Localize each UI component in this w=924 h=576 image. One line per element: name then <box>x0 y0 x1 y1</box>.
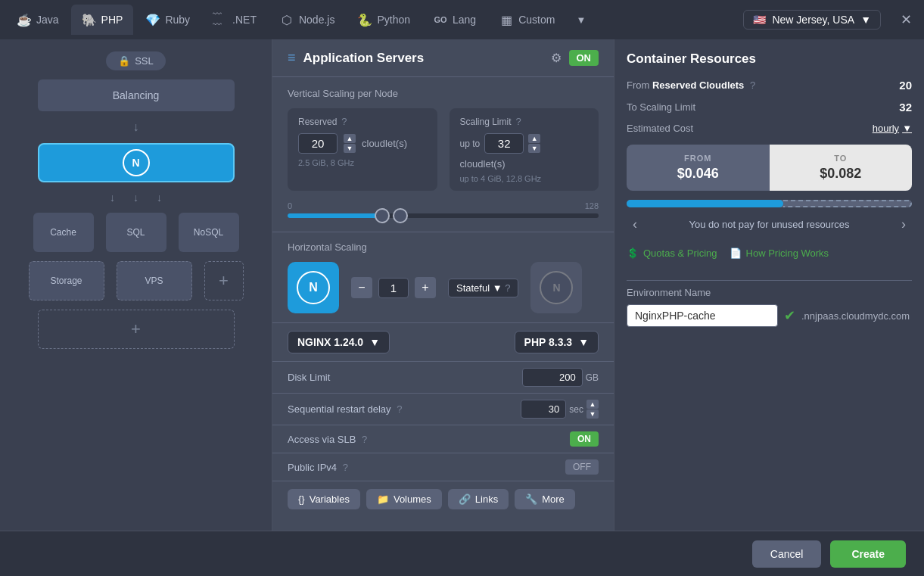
access-slb-toggle[interactable]: ON <box>570 431 599 447</box>
h-count-control: − + <box>351 277 436 298</box>
nginx-letter: N <box>132 157 139 169</box>
sql-node[interactable]: SQL <box>106 213 166 252</box>
volumes-button[interactable]: 📁 Volumes <box>366 489 442 509</box>
restart-down-button[interactable]: ▼ <box>586 409 599 419</box>
bottom-toolbar: {} Variables 📁 Volumes 🔗 Links 🔧 More <box>272 481 614 517</box>
reserved-input[interactable] <box>298 133 338 154</box>
tab-nodejs[interactable]: ⬡ Node.js <box>269 5 345 35</box>
tab-more[interactable]: ▼ <box>567 10 595 30</box>
nosql-node[interactable]: NoSQL <box>179 213 239 252</box>
check-icon: ✔ <box>784 307 795 324</box>
h-minus-button[interactable]: − <box>351 277 372 298</box>
dollar-icon: 💲 <box>627 248 639 259</box>
document-icon: 📄 <box>730 248 742 259</box>
reserved-info: 2.5 GiB, 8 GHz <box>298 158 427 167</box>
restart-up-button[interactable]: ▲ <box>586 400 599 409</box>
env-name-label: Environment Name <box>627 287 912 298</box>
slider-min-label: 0 <box>288 201 292 210</box>
access-slb-label: Access via SLB ? <box>288 434 561 445</box>
add-bottom-button[interactable]: + <box>38 310 235 349</box>
price-to-label: TO <box>785 154 898 163</box>
nosql-label: NoSQL <box>194 227 223 238</box>
stateful-select[interactable]: Stateful ▼ ? <box>448 279 518 297</box>
section-title: Application Servers <box>303 51 543 66</box>
stateful-help-icon[interactable]: ? <box>505 282 510 294</box>
vps-label: VPS <box>145 276 163 286</box>
python-icon: 🐍 <box>357 12 372 27</box>
price-from-value: $0.046 <box>642 166 754 182</box>
horizontal-scaling-section: Horizontal Scaling N − + Stateful ▼ ? <box>272 232 614 322</box>
estimated-cost-value[interactable]: hourly ▼ <box>873 123 912 134</box>
slider-thumb-scaling[interactable] <box>393 208 408 223</box>
balancing-label: Balancing <box>113 89 160 101</box>
divider <box>627 280 912 281</box>
slider-thumb-reserved[interactable] <box>375 208 390 223</box>
scaling-limit-box: Scaling Limit ? up to ▲ ▼ cloudlet(s) <box>450 108 599 191</box>
tab-php[interactable]: 🐘 PHP <box>71 5 134 35</box>
h-nginx-logo: N <box>297 271 330 304</box>
how-pricing-link[interactable]: 📄 How Pricing Works <box>730 248 829 259</box>
tab-ruby[interactable]: 💎 Ruby <box>135 5 201 35</box>
access-slb-help-icon[interactable]: ? <box>362 434 367 445</box>
cache-node[interactable]: Cache <box>33 213 94 252</box>
sequential-restart-label: Sequential restart delay ? <box>288 403 512 415</box>
balancing-box[interactable]: Balancing <box>38 79 235 111</box>
storage-node[interactable]: Storage <box>29 261 104 300</box>
to-scaling-value: 32 <box>899 101 912 114</box>
add-node-button[interactable]: + <box>204 261 244 300</box>
cloudlets-help-icon[interactable]: ? <box>750 79 755 91</box>
disk-limit-input[interactable] <box>522 368 583 387</box>
restart-stepper: ▲ ▼ <box>586 400 599 419</box>
sequential-restart-input[interactable] <box>521 400 566 419</box>
plus-bottom-icon: + <box>131 319 141 339</box>
scaling-limit-input[interactable] <box>484 133 524 154</box>
tab-net[interactable]: 〰〰 .NET <box>202 5 267 35</box>
close-button[interactable]: ✕ <box>894 8 918 31</box>
cancel-button[interactable]: Cancel <box>752 540 822 568</box>
region-dropdown-icon: ▼ <box>860 14 871 26</box>
scaling-down-button[interactable]: ▼ <box>528 144 540 153</box>
variables-button[interactable]: {} Variables <box>288 489 360 509</box>
nginx-version-select[interactable]: NGINX 1.24.0 ▼ <box>288 331 390 353</box>
right-panel: Container Resources From Reserved Cloudl… <box>614 39 924 531</box>
nav-hint-text: You do not pay for unused resources <box>643 219 895 230</box>
h-plus-button[interactable]: + <box>415 277 436 298</box>
vps-node[interactable]: VPS <box>117 261 192 300</box>
up-to-text: up to <box>460 139 481 149</box>
reserved-help-icon[interactable]: ? <box>341 116 347 127</box>
create-button[interactable]: Create <box>830 540 906 568</box>
sequential-help-icon[interactable]: ? <box>397 403 402 415</box>
tab-custom[interactable]: ▦ Custom <box>488 5 565 35</box>
nginx-node[interactable]: N <box>38 143 235 182</box>
public-ipv4-label: Public IPv4 ? <box>288 462 556 473</box>
nav-prev-icon[interactable]: ‹ <box>627 213 643 235</box>
region-selector[interactable]: 🇺🇸 New Jersey, USA ▼ <box>743 10 881 30</box>
h-count-input[interactable] <box>378 278 409 298</box>
reserved-down-button[interactable]: ▼ <box>344 144 356 153</box>
php-version-select[interactable]: PHP 8.3.3 ▼ <box>515 331 599 353</box>
settings-icon[interactable]: ⚙ <box>551 51 562 65</box>
env-name-input[interactable] <box>627 304 778 327</box>
scaling-limit-help-icon[interactable]: ? <box>516 116 521 127</box>
tab-java-label: Java <box>36 14 59 26</box>
variables-label: Variables <box>310 493 350 505</box>
sequential-restart-unit: sec <box>569 404 583 415</box>
java-icon: ☕ <box>17 12 32 27</box>
ruby-icon: 💎 <box>145 12 160 27</box>
public-ipv4-help-icon[interactable]: ? <box>343 462 348 473</box>
ssl-badge[interactable]: 🔒 SSL <box>106 51 166 70</box>
slider-track[interactable] <box>288 213 599 218</box>
on-toggle[interactable]: ON <box>569 50 599 66</box>
scaling-up-button[interactable]: ▲ <box>528 134 540 143</box>
tab-lang[interactable]: GO Lang <box>422 5 487 35</box>
nav-next-icon[interactable]: › <box>895 213 912 235</box>
tab-java[interactable]: ☕ Java <box>6 5 70 35</box>
tab-python[interactable]: 🐍 Python <box>347 5 421 35</box>
arrow-down-icon: ↓ <box>133 120 139 134</box>
links-button[interactable]: 🔗 Links <box>448 489 509 509</box>
reserved-cloudlets-row: ▲ ▼ cloudlet(s) <box>298 133 427 154</box>
public-ipv4-toggle[interactable]: OFF <box>565 459 599 475</box>
more-button[interactable]: 🔧 More <box>515 489 575 509</box>
reserved-up-button[interactable]: ▲ <box>344 134 356 143</box>
quotas-pricing-link[interactable]: 💲 Quotas & Pricing <box>627 248 717 259</box>
